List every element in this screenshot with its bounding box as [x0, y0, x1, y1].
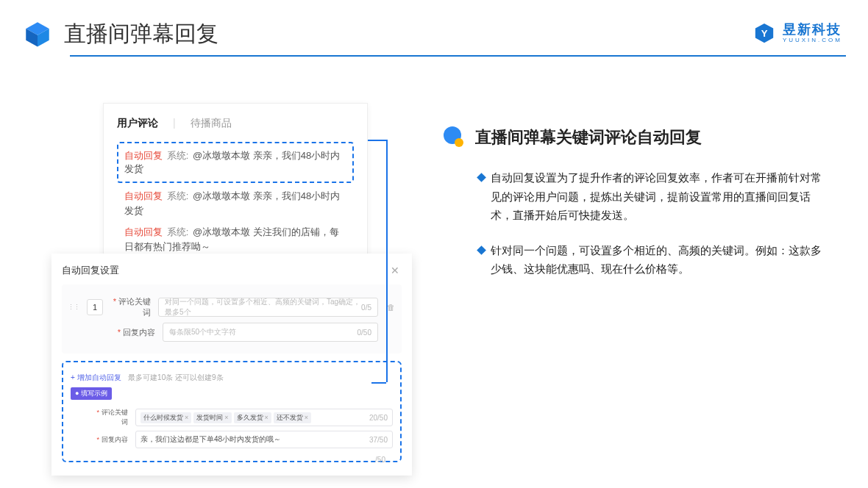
reply-row-2: 自动回复 系统: @冰墩墩本墩 亲亲，我们48小时内发货	[117, 183, 354, 219]
bullet-item: 自动回复设置为了提升作者的评论回复效率，作者可在开播前针对常见的评论用户问题，提…	[478, 168, 831, 225]
example-badge: ● 填写示例	[71, 387, 112, 400]
connector-line	[368, 140, 386, 141]
brand-name-cn: 昱新科技	[783, 23, 842, 36]
diamond-bullet-icon	[477, 245, 486, 255]
sequence-input[interactable]: 1	[87, 299, 103, 315]
brand-logo-block: Y 昱新科技 YUUXIN.COM	[753, 22, 842, 44]
diamond-bullet-icon	[477, 173, 486, 182]
add-reply-link[interactable]: + 增加自动回复	[71, 373, 121, 381]
tag-chip: 什么时候发货×	[140, 412, 191, 423]
system-label: 系统:	[167, 150, 189, 161]
page-header: 直播间弹幕回复	[22, 18, 846, 49]
section-title: 直播间弹幕关键词评论自动回复	[475, 126, 702, 148]
tab-pending-products[interactable]: 待播商品	[191, 117, 232, 130]
add-reply-hint: 最多可建10条 还可以创建9条	[128, 373, 223, 381]
tag-chip: 多久发货×	[234, 412, 271, 423]
keyword-input[interactable]: 对同一个问题，可设置多个相近、高频的关键词，Tag确定，最多5个 0/5	[158, 298, 378, 317]
ghost-counter: /50	[375, 456, 385, 464]
example-block: + 增加自动回复 最多可建10条 还可以创建9条 ● 填写示例 *评论关键词 什…	[62, 361, 402, 462]
reply-content-input[interactable]: 每条限50个中文字符 0/50	[163, 323, 378, 342]
drag-handle-icon[interactable]: ⋮⋮	[68, 304, 79, 311]
reply-row-3: 自动回复 系统: @冰墩墩本墩 关注我们的店铺，每日都有热门推荐呦～	[117, 219, 354, 255]
tag-chip: 还不发货×	[274, 412, 311, 423]
settings-card: 自动回复设置 ✕ ⋮⋮ 1 *评论关键词 对同一个问题，可设置多个相近、高频的关…	[51, 254, 412, 476]
comments-tabs: 用户评论 | 待播商品	[117, 117, 354, 137]
chat-bubble-icon	[441, 125, 466, 150]
close-icon[interactable]: ✕	[388, 265, 402, 276]
example-content-input[interactable]: 亲，我们这边都是下单48小时内发货的哦～ 37/50	[135, 431, 393, 448]
example-keyword-input[interactable]: 什么时候发货× 发货时间× 多久发货× 还不发货× 20/50	[135, 409, 393, 426]
svg-text:Y: Y	[761, 28, 768, 39]
screenshot-composite: 用户评论 | 待播商品 自动回复 系统: @冰墩墩本墩 亲亲，我们48小时内发货…	[51, 103, 412, 470]
tag-chip: 发货时间×	[193, 412, 231, 423]
auto-reply-label: 自动回复	[124, 150, 163, 161]
highlighted-auto-reply-row: 自动回复 系统: @冰墩墩本墩 亲亲，我们48小时内发货	[117, 142, 354, 183]
svg-point-6	[455, 138, 463, 147]
connector-line	[371, 382, 386, 384]
form-block: ⋮⋮ 1 *评论关键词 对同一个问题，可设置多个相近、高频的关键词，Tag确定，…	[62, 284, 402, 354]
brand-hex-icon: Y	[753, 22, 775, 44]
brand-name-en: YUUXIN.COM	[783, 37, 842, 43]
tab-user-comments[interactable]: 用户评论	[117, 117, 158, 130]
description-column: 直播间弹幕关键词评论自动回复 自动回复设置为了提升作者的评论回复效率，作者可在开…	[441, 125, 831, 295]
connector-line	[386, 140, 388, 382]
tabs-separator: |	[173, 117, 176, 130]
header-divider	[70, 55, 846, 57]
page-title: 直播间弹幕回复	[64, 19, 218, 49]
bullet-item: 针对同一个问题，可设置多个相近的、高频的关键词。例如：这款多少钱、这块能优惠吗、…	[478, 241, 831, 279]
settings-title: 自动回复设置	[62, 264, 119, 277]
comments-card: 用户评论 | 待播商品 自动回复 系统: @冰墩墩本墩 亲亲，我们48小时内发货…	[103, 103, 368, 261]
cube-icon	[22, 18, 53, 49]
